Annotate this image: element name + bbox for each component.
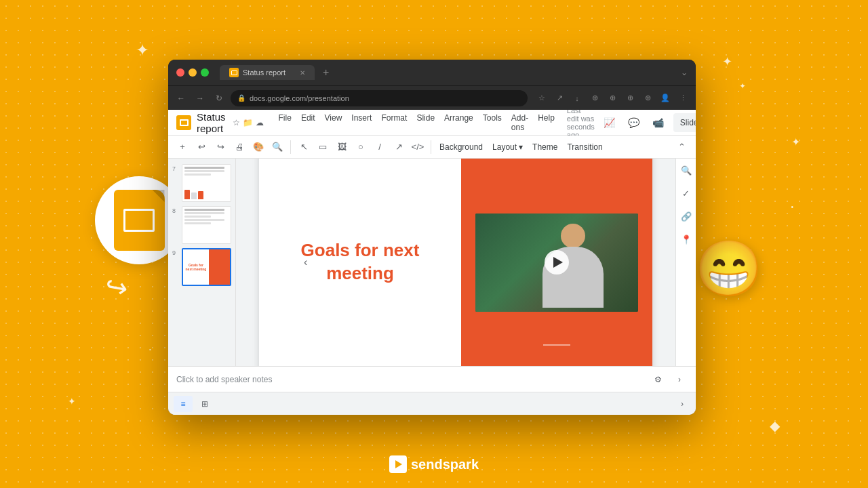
sendspark-branding: sendspark: [389, 455, 479, 473]
window-collapse-button[interactable]: ⌄: [681, 68, 688, 77]
minimize-button[interactable]: [189, 68, 197, 77]
slides-icon-inner: [123, 209, 155, 232]
folder-icon[interactable]: 📁: [243, 118, 253, 127]
tab-close-button[interactable]: ✕: [300, 69, 305, 77]
download-button[interactable]: ↓: [570, 91, 585, 106]
menu-file[interactable]: File: [275, 112, 296, 134]
traffic-lights: [176, 68, 209, 77]
slide-9-right: [209, 249, 230, 285]
new-tab-button[interactable]: +: [323, 66, 329, 79]
toolbar-redo[interactable]: ↪: [212, 138, 229, 156]
comment-icon[interactable]: 💬: [625, 113, 644, 132]
menu-insert[interactable]: Insert: [347, 112, 376, 134]
forward-button[interactable]: →: [193, 91, 208, 106]
menu-help[interactable]: Help: [534, 112, 559, 134]
title-icons: ☆ 📁 ☁: [233, 118, 264, 127]
star-icon[interactable]: ☆: [233, 118, 240, 127]
speaker-notes-text[interactable]: Click to add speaker notes: [176, 375, 272, 384]
slides-canvas[interactable]: ‹ › Goals for next meeting: [236, 159, 675, 366]
sparkle-4: ✦: [68, 396, 76, 407]
toolbar-add[interactable]: +: [174, 138, 191, 156]
panel-link-btn[interactable]: 🔗: [679, 209, 694, 224]
slide-9-left: Goals for next meeting: [183, 249, 209, 285]
menu-format[interactable]: Format: [377, 112, 411, 134]
extension-4[interactable]: ⊕: [640, 91, 655, 106]
profile-button[interactable]: 👤: [658, 91, 673, 106]
play-button[interactable]: [545, 250, 569, 274]
refresh-button[interactable]: ↻: [212, 91, 226, 106]
slides-title: Status report: [197, 111, 226, 134]
extension-2[interactable]: ⊕: [605, 91, 620, 106]
sparkle-2: ✦: [722, 54, 732, 69]
panel-check-btn[interactable]: ✓: [679, 186, 694, 201]
menu-addons[interactable]: Add-ons: [507, 112, 532, 134]
slide-7-thumb[interactable]: [182, 164, 231, 202]
toolbar-paint[interactable]: 🎨: [250, 138, 267, 156]
slides-topbar-right: 📈 💬 📹 Slideshow ▾ 🔒 Share 👤: [600, 113, 696, 132]
list-view-btn[interactable]: ≡: [174, 396, 193, 412]
notes-nav-right[interactable]: ›: [671, 371, 688, 388]
toolbar-cursor[interactable]: ↖: [295, 138, 313, 156]
scroll-left-btn[interactable]: ‹: [304, 256, 307, 268]
close-button[interactable]: [176, 68, 184, 77]
video-call-icon[interactable]: 📹: [649, 113, 668, 132]
grid-view-btn[interactable]: ⊞: [195, 396, 214, 412]
menu-tools[interactable]: Tools: [479, 112, 506, 134]
bookmark-button[interactable]: ☆: [534, 91, 549, 106]
toolbar-background[interactable]: Background: [435, 138, 487, 156]
toolbar-theme[interactable]: Theme: [528, 138, 561, 156]
menu-edit[interactable]: Edit: [297, 112, 319, 134]
url-bar[interactable]: 🔒 docs.google.com/presentation: [231, 90, 528, 106]
transition-label: Transition: [567, 142, 602, 152]
curved-arrow: ↩: [102, 269, 130, 304]
slides-main: 7: [168, 159, 696, 366]
toolbar-collapse[interactable]: ⌃: [673, 138, 690, 156]
toolbar-shape[interactable]: ○: [352, 138, 370, 156]
slideshow-button[interactable]: Slideshow ▾: [673, 113, 696, 132]
panel-explore-btn[interactable]: 🔍: [679, 163, 694, 178]
person-head: [561, 224, 585, 248]
toolbar-zoom[interactable]: 🔍: [269, 138, 286, 156]
toolbar-divider-1: [290, 140, 291, 154]
extension-1[interactable]: ⊕: [587, 91, 602, 106]
toolbar-image[interactable]: 🖼: [333, 138, 351, 156]
toolbar-print[interactable]: 🖨: [231, 138, 248, 156]
toolbar-line[interactable]: /: [371, 138, 389, 156]
slides-icon: [114, 190, 165, 251]
history-button[interactable]: ↗: [552, 91, 567, 106]
slide-7-bars: [184, 190, 229, 199]
slide-8-line-5: [184, 222, 211, 224]
video-preview[interactable]: [475, 214, 638, 312]
menu-slide[interactable]: Slide: [412, 112, 439, 134]
menu-view[interactable]: View: [321, 112, 347, 134]
slides-toolbar: + ↩ ↪ 🖨 🎨 🔍 ↖ ▭ 🖼 ○ / ↗ </> Background L…: [168, 136, 696, 159]
sparkle-1: ✦: [136, 41, 149, 60]
toolbar-divider-2: [431, 140, 431, 154]
panel-map-btn[interactable]: 📍: [679, 232, 694, 247]
browser-titlebar: Status report ✕ + ⌄: [168, 60, 696, 85]
slide-8-line-3: [184, 216, 211, 218]
toolbar-rect[interactable]: ▭: [314, 138, 332, 156]
bottom-nav-right[interactable]: ›: [674, 396, 690, 412]
notes-settings-btn[interactable]: ⚙: [650, 371, 666, 388]
browser-tab[interactable]: Status report ✕: [220, 65, 315, 80]
slide-8-thumb[interactable]: [182, 206, 231, 244]
slide-7-line-2: [184, 170, 224, 172]
toolbar-arrow[interactable]: ↗: [390, 138, 408, 156]
more-button[interactable]: ⋮: [675, 91, 690, 106]
maximize-button[interactable]: [201, 68, 209, 77]
slide-9-thumb[interactable]: Goals for next meeting: [182, 248, 231, 286]
back-button[interactable]: ←: [174, 91, 189, 106]
chart-icon[interactable]: 📈: [600, 113, 619, 132]
slide-frame: Goals for next meeting: [259, 159, 652, 366]
toolbar-code[interactable]: </>: [409, 138, 427, 156]
toolbar-layout[interactable]: Layout ▾: [488, 138, 527, 156]
slides-topbar: Status report ☆ 📁 ☁ File Edit View Inser…: [168, 110, 696, 136]
toolbar-transition[interactable]: Transition: [563, 138, 606, 156]
extension-3[interactable]: ⊕: [623, 91, 637, 106]
menu-arrange[interactable]: Arrange: [440, 112, 477, 134]
cloud-icon[interactable]: ☁: [256, 118, 264, 127]
url-text: docs.google.com/presentation: [250, 94, 349, 102]
toolbar-undo[interactable]: ↩: [193, 138, 210, 156]
slideshow-label[interactable]: Slideshow: [673, 113, 696, 132]
